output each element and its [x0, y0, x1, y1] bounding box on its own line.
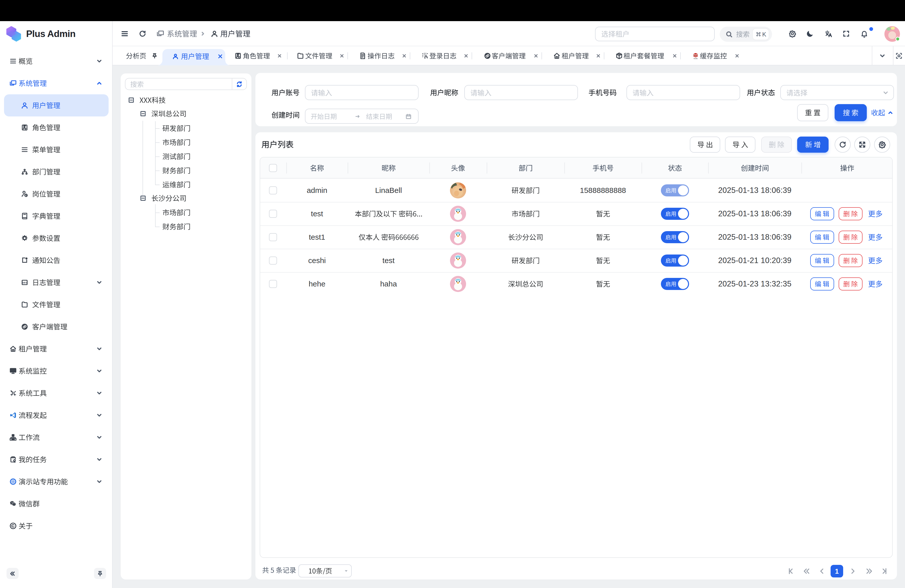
- svg-text:redis: redis: [694, 57, 698, 60]
- svg-text:DEV: DEV: [22, 281, 27, 284]
